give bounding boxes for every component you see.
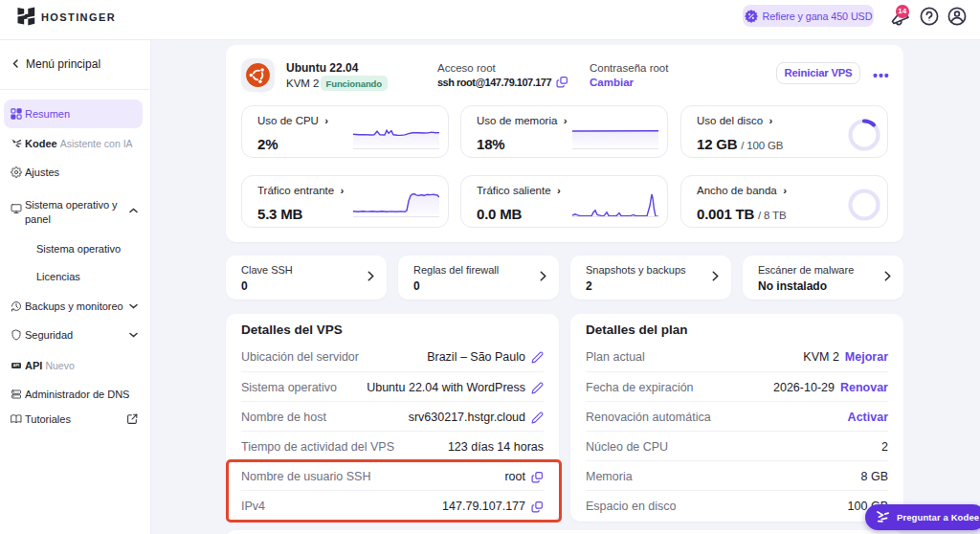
- svg-text:API: API: [13, 364, 19, 367]
